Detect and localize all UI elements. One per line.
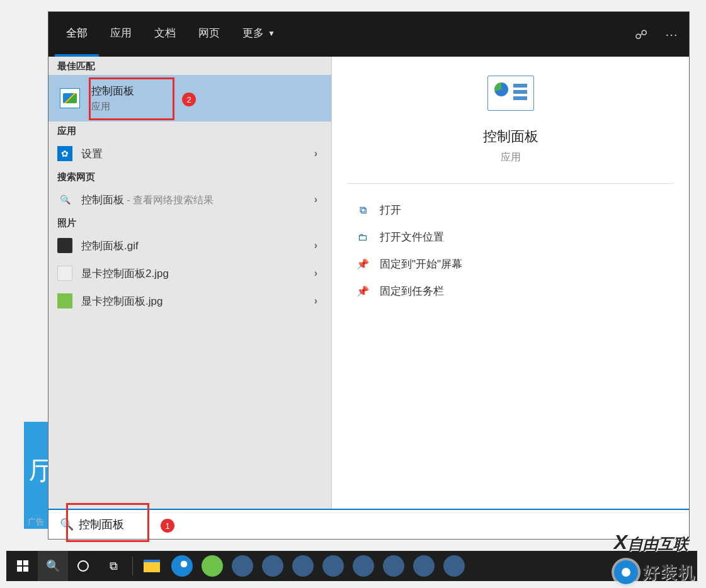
svg-rect-2: [17, 567, 22, 572]
section-photos: 照片: [48, 213, 331, 232]
taskbar-separator: [132, 557, 133, 575]
search-icon: 🔍: [60, 517, 74, 531]
gear-icon: ✿: [57, 146, 72, 161]
preview-subtitle: 应用: [501, 151, 521, 164]
results-panel: 最佳匹配 控制面板 应用 2 应用 ✿ 设置 › 搜索网页 🔍 控制面板 - 查…: [48, 57, 332, 509]
cortana-button[interactable]: [68, 551, 98, 581]
start-button[interactable]: [8, 551, 38, 581]
feedback-icon[interactable]: ☍: [635, 27, 647, 42]
filter-tabs: 全部 应用 文档 网页 更多▼: [55, 12, 287, 57]
taskbar-app-2[interactable]: [258, 551, 288, 581]
action-label: 固定到任务栏: [380, 284, 444, 298]
taskbar-app-3[interactable]: [288, 551, 318, 581]
taskbar-app-6[interactable]: [379, 551, 409, 581]
ad-label: 广告: [28, 516, 44, 528]
search-bar: 🔍 1: [48, 509, 689, 539]
result-settings[interactable]: ✿ 设置 ›: [48, 140, 331, 167]
best-match-subtitle: 应用: [91, 101, 134, 113]
pin-icon: 📌: [355, 285, 371, 297]
taskbar: 🔍 ⧉: [6, 551, 697, 581]
svg-rect-1: [23, 560, 28, 565]
taskbar-app-7[interactable]: [409, 551, 439, 581]
menubar: 全部 应用 文档 网页 更多▼ ☍ ⋯: [48, 12, 689, 57]
svg-rect-0: [17, 560, 22, 565]
best-match-title: 控制面板: [91, 84, 134, 98]
annotation-badge-1: 1: [161, 519, 174, 533]
image-icon: [57, 238, 72, 253]
tab-more[interactable]: 更多▼: [231, 12, 287, 57]
action-label: 固定到"开始"屏幕: [380, 257, 462, 271]
task-view-button[interactable]: ⧉: [98, 551, 128, 581]
section-apps: 应用: [48, 122, 331, 140]
taskbar-app-4[interactable]: [318, 551, 348, 581]
image-icon: [57, 293, 72, 308]
result-photo-jpg2[interactable]: 显卡控制面板2.jpg ›: [48, 259, 331, 287]
tab-all[interactable]: 全部: [55, 12, 99, 57]
svg-rect-3: [23, 567, 28, 572]
chevron-right-icon: ›: [314, 194, 317, 205]
background-tile: 厅: [24, 422, 50, 529]
action-open-location[interactable]: 🗀 打开文件位置: [355, 223, 666, 251]
preview-panel: 控制面板 应用 ⧉ 打开 🗀 打开文件位置 📌 固定到"开始"屏幕 📌: [332, 57, 689, 509]
taskbar-app-8[interactable]: [439, 551, 469, 581]
taskbar-app-5[interactable]: [348, 551, 379, 581]
result-photo-jpg[interactable]: 显卡控制面板.jpg ›: [48, 287, 331, 315]
section-best-match: 最佳匹配: [48, 57, 331, 75]
action-pin-taskbar[interactable]: 📌 固定到任务栏: [355, 278, 666, 305]
result-best-match[interactable]: 控制面板 应用 2: [48, 75, 331, 122]
control-panel-large-icon: [487, 76, 534, 111]
open-icon: ⧉: [355, 205, 371, 216]
chevron-right-icon: ›: [314, 295, 317, 307]
preview-title: 控制面板: [483, 127, 538, 146]
result-label: 控制面板.gif: [81, 239, 139, 253]
chevron-right-icon: ›: [314, 240, 317, 251]
taskbar-search-button[interactable]: 🔍: [38, 551, 68, 581]
chevron-right-icon: ›: [314, 268, 317, 279]
action-pin-start[interactable]: 📌 固定到"开始"屏幕: [355, 251, 666, 278]
section-web: 搜索网页: [48, 167, 331, 186]
pin-icon: 📌: [355, 258, 371, 270]
action-label: 打开文件位置: [380, 230, 444, 244]
image-icon: [57, 266, 72, 281]
control-panel-icon: [60, 88, 80, 108]
chevron-down-icon: ▼: [268, 29, 275, 38]
taskbar-app-1[interactable]: [227, 551, 258, 581]
search-icon: 🔍: [57, 192, 72, 207]
tab-docs[interactable]: 文档: [143, 12, 187, 57]
result-web-search[interactable]: 🔍 控制面板 - 查看网络搜索结果 ›: [48, 186, 331, 213]
annotation-badge-2: 2: [182, 93, 196, 106]
action-label: 打开: [380, 203, 401, 217]
result-label: 控制面板 - 查看网络搜索结果: [81, 193, 214, 207]
more-options-icon[interactable]: ⋯: [665, 27, 678, 42]
chevron-right-icon: ›: [314, 148, 317, 159]
result-label: 显卡控制面板.jpg: [81, 294, 162, 308]
tab-apps[interactable]: 应用: [99, 12, 143, 57]
action-open[interactable]: ⧉ 打开: [355, 196, 666, 223]
result-label: 显卡控制面板2.jpg: [81, 266, 169, 281]
result-photo-gif[interactable]: 控制面板.gif ›: [48, 232, 331, 259]
search-window: 全部 应用 文档 网页 更多▼ ☍ ⋯ 最佳匹配 控制面板 应用 2 应用: [48, 11, 690, 540]
result-label: 设置: [81, 147, 103, 161]
taskbar-file-explorer[interactable]: [137, 551, 167, 581]
taskbar-edge[interactable]: [167, 551, 197, 581]
folder-icon: 🗀: [355, 232, 371, 243]
taskbar-360[interactable]: [197, 551, 227, 581]
tab-web[interactable]: 网页: [187, 12, 231, 57]
